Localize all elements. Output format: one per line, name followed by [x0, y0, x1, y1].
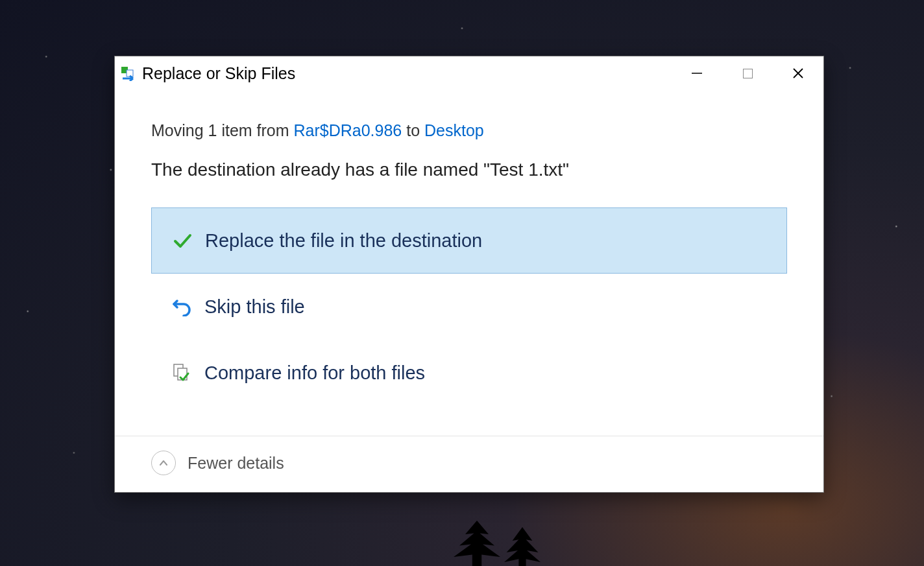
chevron-up-icon	[151, 451, 176, 475]
minimize-button[interactable]	[672, 56, 722, 90]
option-compare[interactable]: Compare info for both files	[151, 340, 787, 406]
replace-or-skip-dialog: Replace or Skip Files Moving 1 item from…	[114, 56, 824, 493]
dest-folder-link[interactable]: Desktop	[424, 121, 484, 139]
moving-mid: to	[402, 121, 424, 139]
option-replace-label: Replace the file in the destination	[205, 230, 482, 252]
check-icon	[170, 230, 195, 251]
option-replace[interactable]: Replace the file in the destination	[151, 207, 787, 274]
options-list: Replace the file in the destination Skip…	[151, 207, 787, 406]
option-compare-label: Compare info for both files	[204, 362, 425, 384]
fewer-details-label: Fewer details	[188, 454, 284, 473]
option-skip-label: Skip this file	[204, 296, 305, 318]
conflict-message: The destination already has a file named…	[151, 159, 787, 180]
maximize-button[interactable]	[722, 56, 773, 90]
titlebar[interactable]: Replace or Skip Files	[115, 56, 823, 90]
undo-icon	[169, 297, 194, 316]
wallpaper-tree	[448, 521, 506, 566]
dialog-title: Replace or Skip Files	[142, 64, 295, 83]
fewer-details-toggle[interactable]: Fewer details	[115, 436, 823, 492]
option-skip[interactable]: Skip this file	[151, 274, 787, 340]
moving-summary: Moving 1 item from Rar$DRa0.986 to Deskt…	[151, 121, 787, 140]
svg-rect-1	[127, 70, 133, 77]
moving-prefix: Moving 1 item from	[151, 121, 294, 139]
compare-files-icon	[169, 363, 194, 383]
close-button[interactable]	[773, 56, 823, 90]
source-folder-link[interactable]: Rar$DRa0.986	[294, 121, 402, 139]
wallpaper-tree	[500, 527, 545, 566]
window-controls	[672, 56, 823, 90]
file-transfer-icon	[121, 65, 140, 81]
